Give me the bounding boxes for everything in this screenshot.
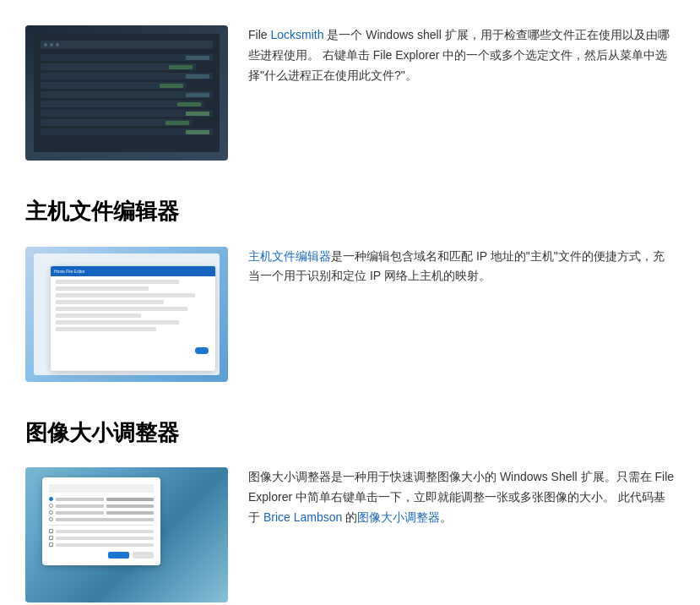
ir-dialog-title [49, 484, 154, 493]
image-resizer-thumbnail [25, 467, 228, 602]
image-resizer-description: 图像大小调整器是一种用于快速调整图像大小的 Windows Shell 扩展。只… [248, 467, 675, 527]
ir-checkbox2[interactable] [49, 536, 53, 540]
ir-checkbox-row3 [49, 542, 154, 547]
locksmith-description: File Locksmith 是一个 Windows shell 扩展，用于检查… [248, 25, 675, 85]
ir-cancel-button[interactable] [133, 552, 154, 559]
hosts-dialog-title: Hosts File Editor [54, 268, 212, 275]
locksmith-content-row: File Locksmith 是一个 Windows shell 扩展，用于检查… [25, 25, 675, 161]
brice-lambson-link[interactable]: Brice Lambson [263, 510, 342, 524]
ir-radio-custom [49, 517, 154, 521]
ir-radio-medium [49, 504, 154, 508]
locksmith-section: File Locksmith 是一个 Windows shell 扩展，用于检查… [25, 25, 675, 161]
ir-checkbox3[interactable] [49, 542, 53, 547]
ir-radio-medium-btn[interactable] [49, 504, 53, 508]
ir-radio-large [49, 510, 154, 515]
image-resizer-header: 图像大小调整器 [25, 416, 675, 451]
image-resizer-dialog [42, 477, 160, 565]
hosts-editor-thumbnail: Hosts File Editor [25, 247, 228, 382]
image-resizer-section: 图像大小调整器 [25, 416, 675, 603]
ir-checkbox-row2 [49, 536, 154, 540]
ir-resize-button[interactable] [108, 552, 129, 559]
locksmith-thumbnail [25, 25, 228, 161]
hosts-editor-description: 主机文件编辑器是一种编辑包含域名和匹配 IP 地址的"主机"文件的便捷方式，充当… [248, 247, 675, 287]
hosts-toggle[interactable] [195, 347, 209, 354]
ir-button-row [49, 552, 154, 559]
hosts-editor-link[interactable]: 主机文件编辑器 [248, 249, 331, 263]
ir-checkbox1[interactable] [49, 529, 53, 533]
hosts-editor-section: 主机文件编辑器 Hosts File Editor [25, 194, 675, 382]
ir-radio-small [49, 497, 154, 501]
ir-radio-small-btn[interactable] [49, 497, 53, 501]
ir-radio-large-btn[interactable] [49, 510, 53, 515]
hosts-editor-content-row: Hosts File Editor 主机文件编辑器是一种编辑包含域名和匹配 IP… [25, 247, 675, 382]
ir-radio-custom-btn[interactable] [49, 517, 53, 521]
image-resizer-link[interactable]: 图像大小调整器 [357, 510, 440, 524]
image-resizer-content-row: 图像大小调整器是一种用于快速调整图像大小的 Windows Shell 扩展。只… [25, 467, 675, 602]
locksmith-link[interactable]: Locksmith [270, 28, 323, 41]
ir-divider [49, 525, 154, 526]
ir-checkbox-row1 [49, 529, 154, 533]
hosts-editor-header: 主机文件编辑器 [25, 194, 675, 230]
